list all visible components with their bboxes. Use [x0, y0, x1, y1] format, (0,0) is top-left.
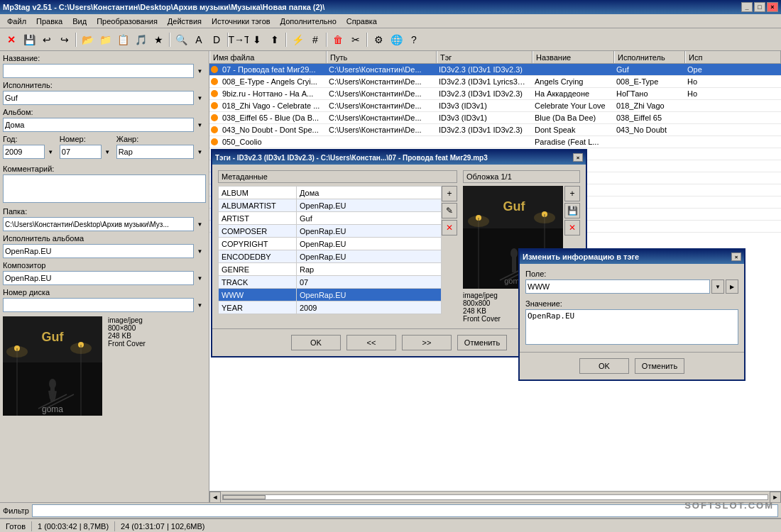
- composer-combo-arrow[interactable]: ▼: [193, 271, 206, 285]
- toolbar-web-btn[interactable]: 🌐: [388, 31, 405, 48]
- toolbar-fav-btn[interactable]: ★: [150, 31, 167, 48]
- disc-input[interactable]: [3, 298, 206, 312]
- table-row[interactable]: 9biz.ru - Ноттано - На А... C:\Users\Кон…: [209, 88, 781, 100]
- menu-actions[interactable]: Действия: [163, 16, 206, 27]
- toolbar-help-btn[interactable]: ?: [405, 31, 422, 48]
- col-artist2[interactable]: Исп: [685, 51, 781, 63]
- scroll-left-btn[interactable]: ◄: [209, 492, 221, 503]
- edit-dialog-close-btn[interactable]: ×: [731, 253, 741, 261]
- tag-dialog-close-btn[interactable]: ×: [573, 153, 583, 162]
- meta-row-genre[interactable]: GENRE Rap: [219, 263, 442, 276]
- title-input[interactable]: [3, 64, 206, 78]
- tag-cancel-button[interactable]: Отменить: [457, 335, 507, 350]
- disc-combo-arrow[interactable]: ▼: [193, 298, 206, 312]
- toolbar-open-btn[interactable]: 📂: [79, 31, 96, 48]
- scroll-right-btn[interactable]: ►: [770, 492, 781, 503]
- album-artist-combo-arrow[interactable]: ▼: [193, 244, 206, 258]
- menu-file[interactable]: Файл: [3, 16, 31, 27]
- cover-add-btn[interactable]: +: [564, 186, 580, 201]
- maximize-button[interactable]: □: [754, 2, 765, 12]
- toolbar-import-btn[interactable]: ⬆: [266, 31, 283, 48]
- menu-edit[interactable]: Правка: [32, 16, 67, 27]
- album-input[interactable]: [3, 118, 206, 132]
- tag-next-button[interactable]: >>: [402, 335, 452, 350]
- edit-cancel-button[interactable]: Отменить: [635, 358, 684, 374]
- title-combo-arrow[interactable]: ▼: [193, 64, 206, 78]
- toolbar-convert-btn[interactable]: T→T: [231, 31, 248, 48]
- table-row[interactable]: 043_No Doubt - Dont Spe... C:\Users\Конс…: [209, 124, 781, 136]
- toolbar-save-btn[interactable]: 💾: [21, 31, 38, 48]
- table-row[interactable]: 018_Zhi Vago - Celebrate ... C:\Users\Ко…: [209, 100, 781, 112]
- col-path[interactable]: Путь: [327, 51, 437, 63]
- table-row[interactable]: 008_E-Type - Angels Cryi... C:\Users\Кон…: [209, 76, 781, 88]
- genre-combo-arrow[interactable]: ▼: [193, 145, 206, 159]
- meta-row-copyright[interactable]: COPYRIGHT OpenRap.EU: [219, 238, 442, 250]
- menu-extra[interactable]: Дополнительно: [276, 16, 341, 27]
- menu-view[interactable]: Вид: [68, 16, 91, 27]
- meta-edit-btn[interactable]: ✎: [442, 203, 457, 218]
- album-combo-arrow[interactable]: ▼: [193, 118, 206, 132]
- artist-combo-arrow[interactable]: ▼: [193, 91, 206, 105]
- meta-row-artist[interactable]: ARTIST Guf: [219, 212, 442, 225]
- toolbar-tag-amazon-btn[interactable]: A: [190, 31, 207, 48]
- meta-row-composer[interactable]: COMPOSER OpenRap.EU: [219, 225, 442, 238]
- cover-delete-btn[interactable]: ✕: [564, 220, 580, 235]
- toolbar-playlist-btn[interactable]: 🎵: [132, 31, 149, 48]
- edit-field-next-btn[interactable]: ▶: [726, 279, 738, 294]
- cover-save-btn[interactable]: 💾: [564, 203, 580, 218]
- col-filename[interactable]: Имя файла: [209, 51, 327, 63]
- toolbar-export-btn[interactable]: ⬇: [248, 31, 266, 48]
- table-row[interactable]: 050_Coolio Paradise (Feat L...: [209, 136, 781, 148]
- toolbar-subdirs-btn[interactable]: 📋: [114, 31, 131, 48]
- horizontal-scrollbar[interactable]: ◄ ►: [209, 491, 781, 502]
- meta-row-www[interactable]: WWW OpenRap.EU: [219, 289, 442, 301]
- artist-field-group: Исполнитель: ▼: [3, 81, 206, 105]
- meta-row-album[interactable]: ALBUM Дома: [219, 187, 442, 199]
- edit-value-textarea[interactable]: OpenRap.EU: [525, 309, 738, 345]
- track-combo-arrow[interactable]: ▼: [101, 145, 114, 159]
- meta-delete-btn[interactable]: ✕: [442, 220, 457, 235]
- artist-input[interactable]: [3, 91, 206, 105]
- toolbar-close-btn[interactable]: ✕: [3, 31, 20, 48]
- year-combo-arrow[interactable]: ▼: [44, 145, 57, 159]
- table-row[interactable]: 038_Eiffel 65 - Blue (Da B... C:\Users\К…: [209, 112, 781, 124]
- edit-field-input[interactable]: [525, 279, 710, 294]
- folder-combo-arrow[interactable]: ▼: [193, 217, 206, 231]
- minimize-button[interactable]: _: [741, 2, 753, 12]
- edit-field-dropdown-btn[interactable]: ▼: [711, 279, 724, 294]
- toolbar-actions-btn[interactable]: ⚡: [289, 31, 306, 48]
- table-row[interactable]: 07 - Провода feat Миг29... C:\Users\Конс…: [209, 64, 781, 76]
- menu-help[interactable]: Справка: [342, 16, 381, 27]
- scroll-track[interactable]: [222, 494, 768, 500]
- col-title[interactable]: Название: [532, 51, 614, 63]
- meta-add-btn[interactable]: +: [442, 186, 457, 201]
- scroll-thumb[interactable]: [223, 495, 266, 499]
- toolbar-tag-freedb-btn[interactable]: 🔍: [173, 31, 190, 48]
- album-artist-input[interactable]: [3, 244, 206, 258]
- filter-input[interactable]: [32, 504, 778, 517]
- meta-row-albumartist[interactable]: ALBUMARTIST OpenRap.EU: [219, 199, 442, 212]
- toolbar-folder-btn[interactable]: 📁: [97, 31, 114, 48]
- toolbar-tag-discogs-btn[interactable]: D: [208, 31, 225, 48]
- toolbar-cut-tag-btn[interactable]: ✂: [347, 31, 364, 48]
- toolbar-undo-btn[interactable]: ↩: [38, 31, 55, 48]
- meta-row-encodedby[interactable]: ENCODEDBY OpenRap.EU: [219, 250, 442, 263]
- menu-transform[interactable]: Преобразования: [92, 16, 162, 27]
- meta-row-year[interactable]: YEAR 2009: [219, 301, 442, 314]
- meta-row-track[interactable]: TRACK 07: [219, 276, 442, 289]
- toolbar-autonumber-btn[interactable]: #: [307, 31, 324, 48]
- col-artist[interactable]: Исполнитель: [614, 51, 685, 63]
- genre-field-group: Жанр: ▼: [116, 135, 206, 159]
- tag-ok-button[interactable]: OK: [291, 335, 341, 350]
- menu-tag-sources[interactable]: Источники тэгов: [207, 16, 275, 27]
- edit-ok-button[interactable]: OK: [579, 358, 629, 374]
- tag-prev-button[interactable]: <<: [346, 335, 396, 350]
- toolbar-settings-btn[interactable]: ⚙: [370, 31, 387, 48]
- col-tag[interactable]: Тэг: [437, 51, 532, 63]
- comment-input[interactable]: [3, 174, 206, 203]
- composer-input[interactable]: [3, 271, 206, 285]
- folder-input[interactable]: [3, 217, 206, 231]
- toolbar-redo-btn[interactable]: ↪: [56, 31, 73, 48]
- close-button[interactable]: ×: [767, 2, 778, 12]
- toolbar-remove-tags-btn[interactable]: 🗑: [329, 31, 346, 48]
